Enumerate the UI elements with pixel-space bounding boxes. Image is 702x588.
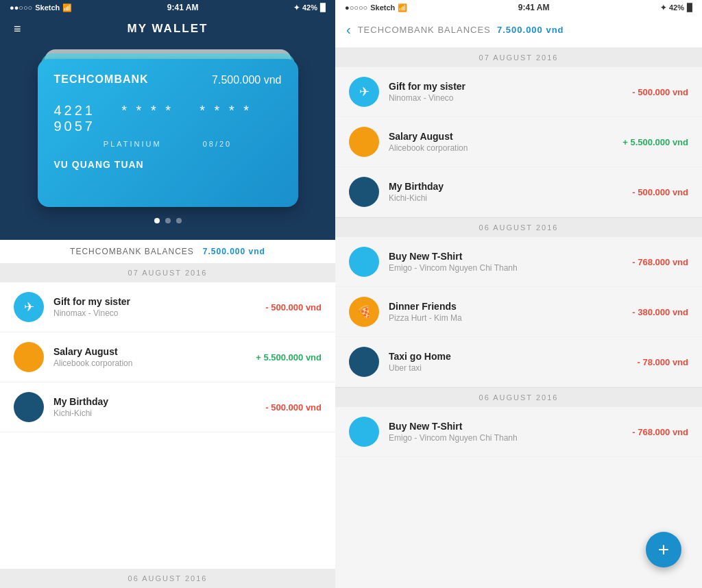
right-header-amount: 7.500.000 vnd (497, 25, 564, 35)
left-header: ≡ MY WALLET (0, 15, 335, 49)
transaction-item[interactable]: Buy New T-ShirtEmigo - Vincom Nguyen Chi… (335, 237, 702, 287)
avatar (14, 392, 44, 422)
right-transaction-list[interactable]: 07 AUGUST 2016✈Gift for my sisterNinomax… (335, 48, 702, 457)
add-transaction-button[interactable]: + (646, 532, 681, 567)
avatar (349, 417, 379, 447)
transaction-amount: + 5.500.000 vnd (256, 352, 322, 363)
transaction-name: My Birthday (53, 396, 256, 407)
card-mid1: * * * * (121, 103, 173, 118)
card-top-row: TECHCOMBANK 7.500.000 vnd (54, 73, 282, 86)
carrier-left: Sketch (35, 3, 60, 12)
transaction-item[interactable]: Salary AugustAlicebook corporation+ 5.50… (335, 117, 702, 167)
transaction-amount: - 500.000 vnd (265, 302, 322, 313)
wifi-icon-right: 📶 (398, 3, 407, 12)
card-number: 4221 * * * * * * * * 9057 (54, 103, 282, 134)
transaction-amount: - 500.000 vnd (265, 402, 322, 413)
transaction-item[interactable]: My BirthdayKichi-Kichi- 500.000 vnd (335, 167, 702, 217)
battery-left: 42% (302, 3, 317, 12)
card-prefix: 4221 (54, 103, 96, 118)
card-section: TECHCOMBANK 7.500.000 vnd 4221 * * * * *… (0, 49, 335, 240)
card-mid2: * * * * (199, 103, 252, 118)
transaction-sub: Kichi-Kichi (389, 193, 622, 203)
transaction-item[interactable]: Taxi go HomeUber taxi- 78.000 vnd (335, 337, 702, 387)
transaction-sub: Ninomax - Vineco (53, 308, 256, 318)
card-stack: TECHCOMBANK 7.500.000 vnd 4221 * * * * *… (38, 49, 298, 207)
right-bank-label: TECHCOMBANK BALANCES (358, 25, 491, 35)
right-header-label: TECHCOMBANK BALANCES 7.500.000 vnd (358, 25, 564, 35)
card-pagination (154, 218, 182, 223)
signal-dots: ●●○○○ (10, 3, 32, 12)
card-type-row: PLATINIUM 08/20 (54, 140, 282, 148)
date-section: 06 AUGUST 2016 (335, 388, 702, 407)
back-button[interactable]: ‹ (346, 22, 351, 38)
transaction-amount: - 500.000 vnd (632, 187, 688, 197)
card-holder: VU QUANG TUAN (54, 159, 282, 170)
transaction-info: Salary AugustAlicebook corporation (389, 131, 613, 153)
page-title: MY WALLET (128, 22, 208, 36)
transaction-name: Taxi go Home (389, 351, 628, 362)
transaction-sub: Kichi-Kichi (53, 408, 256, 418)
transaction-item[interactable]: ✈Gift for my sisterNinomax - Vineco- 500… (335, 67, 702, 117)
transaction-item[interactable]: Buy New T-ShirtEmigo - Vincom Nguyen Chi… (335, 407, 702, 457)
transaction-amount: - 380.000 vnd (632, 307, 688, 317)
card-dot-1[interactable] (154, 218, 160, 223)
card-dot-3[interactable] (176, 218, 182, 223)
transaction-sub: Ninomax - Vineco (389, 93, 622, 103)
avatar (349, 127, 379, 157)
transaction-info: Buy New T-ShirtEmigo - Vincom Nguyen Chi… (389, 251, 622, 273)
transaction-item[interactable]: Salary AugustAlicebook corporation+ 5.50… (0, 332, 335, 382)
transaction-info: Buy New T-ShirtEmigo - Vincom Nguyen Chi… (389, 421, 622, 443)
left-status-bar: ●●○○○ Sketch 📶 9:41 AM ✦ 42% ▉ (0, 0, 335, 15)
transaction-info: Taxi go HomeUber taxi (389, 351, 628, 373)
avatar: ✈ (349, 77, 379, 107)
battery-icon-left: ▉ (320, 3, 326, 12)
card-expiry: 08/20 (203, 140, 232, 148)
transaction-item[interactable]: 🍕Dinner FriendsPizza Hurt - Kim Ma- 380.… (335, 287, 702, 337)
transaction-name: Salary August (53, 346, 246, 357)
balance-label: TECHCOMBANK BALANCES (70, 247, 194, 256)
card-dot-2[interactable] (165, 218, 171, 223)
wifi-icon-left: 📶 (62, 3, 72, 12)
transaction-name: Salary August (389, 131, 613, 142)
avatar: 🍕 (349, 297, 379, 327)
date-label-1: 07 AUGUST 2016 (128, 269, 208, 277)
transaction-amount: - 768.000 vnd (632, 257, 688, 267)
transaction-name: Buy New T-Shirt (389, 251, 622, 262)
transaction-item[interactable]: ✈Gift for my sisterNinomax - Vineco- 500… (0, 282, 335, 332)
bluetooth-icon-left: ✦ (293, 3, 300, 12)
left-status-right: ✦ 42% ▉ (293, 3, 326, 12)
transaction-sub: Pizza Hurt - Kim Ma (389, 313, 622, 323)
right-status-bar: ●○○○○ Sketch 📶 9:41 AM ✦ 42% ▉ (335, 0, 702, 15)
right-status-left: ●○○○○ Sketch 📶 (345, 3, 407, 12)
transaction-info: Gift for my sisterNinomax - Vineco (389, 81, 622, 103)
right-header: ‹ TECHCOMBANK BALANCES 7.500.000 vnd (335, 15, 702, 48)
transaction-info: Gift for my sisterNinomax - Vineco (53, 296, 256, 318)
right-content-wrapper: 07 AUGUST 2016✈Gift for my sisterNinomax… (335, 48, 702, 588)
transaction-amount: - 768.000 vnd (632, 427, 688, 437)
bank-name: TECHCOMBANK (54, 73, 149, 86)
avatar (14, 342, 44, 372)
right-status-right: ✦ 42% ▉ (660, 3, 692, 12)
transaction-name: Buy New T-Shirt (389, 421, 622, 432)
left-panel: ●●○○○ Sketch 📶 9:41 AM ✦ 42% ▉ ≡ MY WALL… (0, 0, 335, 588)
avatar (349, 247, 379, 277)
balance-amount: 7.500.000 vnd (203, 247, 265, 256)
menu-icon[interactable]: ≡ (14, 22, 21, 36)
right-panel: ●○○○○ Sketch 📶 9:41 AM ✦ 42% ▉ ‹ TECHCOM… (335, 0, 702, 588)
card-main[interactable]: TECHCOMBANK 7.500.000 vnd 4221 * * * * *… (38, 59, 298, 207)
left-time: 9:41 AM (167, 3, 199, 12)
card-suffix: 9057 (54, 119, 96, 134)
transaction-amount: + 5.500.000 vnd (622, 137, 688, 147)
left-transaction-list[interactable]: ✈Gift for my sisterNinomax - Vineco- 500… (0, 282, 335, 569)
card-balance: 7.500.000 vnd (212, 74, 281, 86)
transaction-sub: Alicebook corporation (53, 358, 246, 368)
transaction-amount: - 500.000 vnd (632, 87, 688, 97)
transaction-sub: Uber taxi (389, 363, 628, 373)
signal-dots-right: ●○○○○ (345, 3, 367, 12)
date-section-1: 07 AUGUST 2016 (0, 263, 335, 282)
avatar (349, 177, 379, 207)
date-section-2: 06 AUGUST 2016 (0, 569, 335, 588)
date-section: 07 AUGUST 2016 (335, 48, 702, 67)
transaction-item[interactable]: My BirthdayKichi-Kichi- 500.000 vnd (0, 382, 335, 432)
transaction-sub: Alicebook corporation (389, 143, 613, 153)
